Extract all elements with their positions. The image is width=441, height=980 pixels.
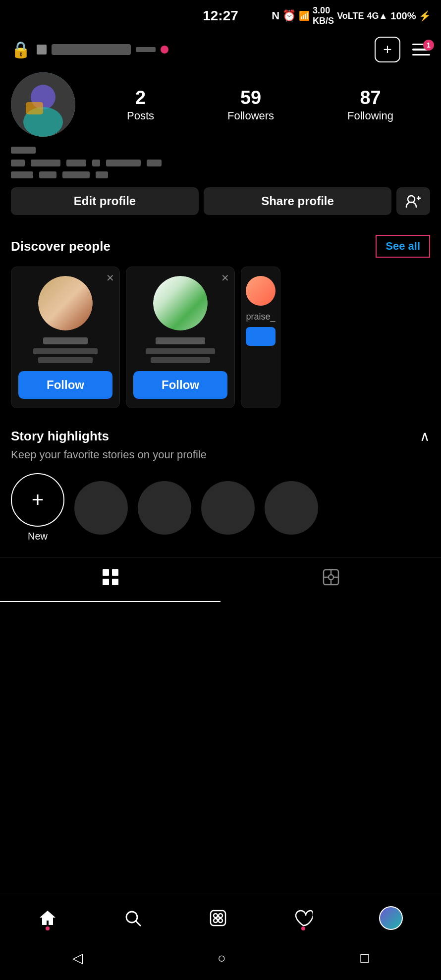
discover-title: Discover people xyxy=(11,239,110,254)
highlight-1[interactable] xyxy=(74,481,128,535)
person-name-2 xyxy=(156,337,205,344)
new-highlight[interactable]: + New xyxy=(11,473,64,542)
back-button[interactable]: ◁ xyxy=(60,946,95,970)
nav-right: + 1 xyxy=(375,37,430,62)
highlights-row: + New xyxy=(11,473,430,542)
follow-button-1[interactable]: Follow xyxy=(18,371,112,399)
grid-icon xyxy=(102,568,119,590)
followers-stat[interactable]: 59 Followers xyxy=(227,87,274,122)
svg-rect-3 xyxy=(26,102,43,114)
chevron-up-icon[interactable]: ∧ xyxy=(420,428,430,444)
followers-label: Followers xyxy=(227,109,274,122)
highlight-circle-4 xyxy=(265,481,318,535)
see-all-button[interactable]: See all xyxy=(376,235,430,258)
svg-rect-19 xyxy=(211,911,225,926)
close-card-2[interactable]: ✕ xyxy=(221,272,229,284)
highlight-circle-2 xyxy=(138,481,191,535)
new-post-button[interactable]: + xyxy=(375,37,400,62)
close-card-1[interactable]: ✕ xyxy=(106,272,114,284)
bio-block xyxy=(62,171,90,178)
notification-badge: 1 xyxy=(423,40,434,51)
discover-section: Discover people See all ✕ Follow ✕ Follo… xyxy=(0,235,441,418)
tagged-tab[interactable] xyxy=(220,557,441,602)
menu-button[interactable]: 1 xyxy=(412,44,430,56)
people-cards: ✕ Follow ✕ Follow praise_ xyxy=(11,267,430,408)
highlights-title: Story highlights xyxy=(11,429,109,444)
bio-name xyxy=(11,147,36,154)
share-profile-button[interactable]: Share profile xyxy=(204,187,391,215)
recents-button[interactable]: □ xyxy=(348,946,381,970)
highlight-circle-3 xyxy=(201,481,255,535)
bio-block xyxy=(11,171,33,178)
following-count: 87 xyxy=(347,87,393,109)
alarm-icon: ⏰ xyxy=(282,9,296,22)
home-nav-dot xyxy=(46,926,50,930)
follow-button-2[interactable]: Follow xyxy=(133,371,227,399)
hamburger-line xyxy=(412,54,430,56)
search-nav-item[interactable] xyxy=(119,905,146,931)
activity-nav-item[interactable] xyxy=(290,905,317,931)
bio-block xyxy=(147,160,162,166)
person-sub-3 xyxy=(146,348,215,354)
person-avatar-image-3 xyxy=(246,276,276,306)
person-name-3: praise_ xyxy=(246,312,275,322)
bio-line-2 xyxy=(11,171,430,178)
profile-nav-item[interactable] xyxy=(375,902,407,934)
action-buttons: Edit profile Share profile xyxy=(11,187,430,215)
speed-label: 3.00KB/S xyxy=(313,5,334,26)
svg-rect-8 xyxy=(112,569,118,576)
highlight-4[interactable] xyxy=(265,481,318,535)
status-icons: N ⏰ 📶 3.00KB/S VoLTE 4G▲ 100% ⚡ xyxy=(272,5,431,26)
home-nav-item[interactable] xyxy=(34,905,61,931)
followers-count: 59 xyxy=(227,87,274,109)
posts-stat[interactable]: 2 Posts xyxy=(127,87,154,122)
activity-nav-dot xyxy=(301,926,305,930)
person-avatar-image-1 xyxy=(38,276,93,330)
following-label: Following xyxy=(347,109,393,122)
bio-section xyxy=(11,147,430,178)
stats-row: 2 Posts 59 Followers 87 Following xyxy=(90,87,430,122)
following-stat[interactable]: 87 Following xyxy=(347,87,393,122)
bio-block xyxy=(66,160,86,166)
person-card-1: ✕ Follow xyxy=(11,267,120,408)
bio-block xyxy=(92,160,100,166)
home-button[interactable]: ○ xyxy=(206,946,238,970)
bottom-nav-items xyxy=(0,893,441,939)
grid-tab[interactable] xyxy=(0,557,220,602)
avatar[interactable] xyxy=(11,72,75,137)
person-sub-4 xyxy=(151,357,210,363)
reels-nav-item[interactable] xyxy=(205,905,231,931)
username-text xyxy=(52,44,131,55)
edit-profile-button[interactable]: Edit profile xyxy=(11,187,199,215)
status-time: 12:27 xyxy=(203,8,238,24)
person-card-2: ✕ Follow xyxy=(126,267,235,408)
follow-button-3-partial[interactable] xyxy=(246,327,276,346)
profile-stats-row: 2 Posts 59 Followers 87 Following xyxy=(11,72,430,137)
system-nav: ◁ ○ □ xyxy=(0,939,441,980)
volte-icon: VoLTE xyxy=(337,11,364,21)
svg-line-18 xyxy=(136,921,141,926)
person-sub-1 xyxy=(33,348,98,354)
highlights-subtitle: Keep your favorite stories on your profi… xyxy=(11,448,430,461)
highlight-circle-1 xyxy=(74,481,128,535)
profile-section: 2 Posts 59 Followers 87 Following xyxy=(0,67,441,235)
svg-point-17 xyxy=(126,912,137,923)
posts-tabs xyxy=(0,557,441,602)
battery-icon: 100% ⚡ xyxy=(390,10,431,22)
svg-rect-10 xyxy=(112,579,118,585)
network-icon: 4G▲ xyxy=(367,11,387,21)
person-card-3: praise_ xyxy=(241,267,280,408)
avatar-image xyxy=(11,72,75,137)
highlight-2[interactable] xyxy=(138,481,191,535)
person-name-1 xyxy=(43,337,88,344)
person-avatar-2 xyxy=(153,276,208,330)
top-nav: 🔒 + 1 xyxy=(0,32,441,67)
highlights-section: Story highlights ∧ Keep your favorite st… xyxy=(0,418,441,552)
notification-dot xyxy=(161,46,168,54)
add-person-button[interactable] xyxy=(396,187,430,215)
svg-rect-7 xyxy=(103,569,109,576)
nav-avatar xyxy=(379,906,403,930)
status-bar: 12:27 N ⏰ 📶 3.00KB/S VoLTE 4G▲ 100% ⚡ xyxy=(0,0,441,32)
highlight-3[interactable] xyxy=(201,481,255,535)
username-dash xyxy=(136,47,156,52)
